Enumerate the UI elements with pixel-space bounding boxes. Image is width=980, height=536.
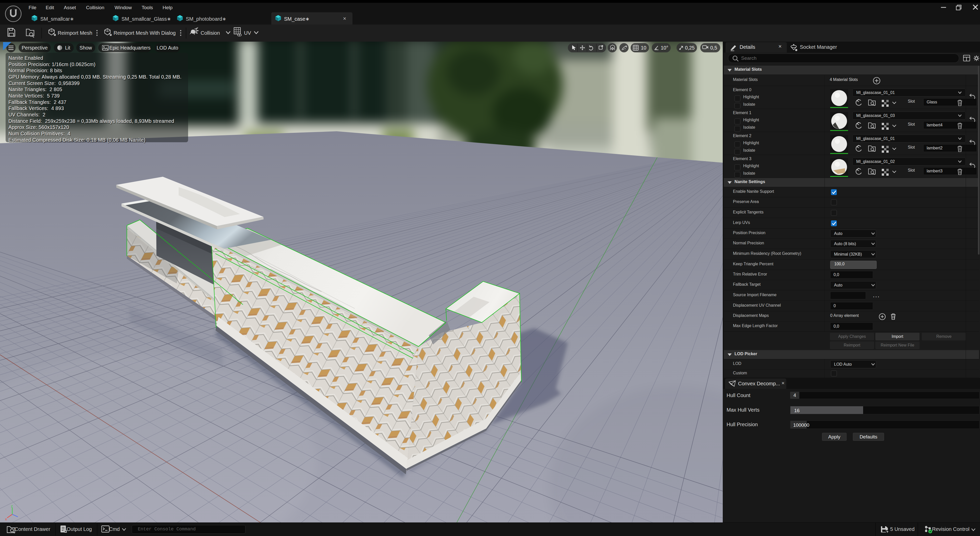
svg-text:z: z	[11, 505, 13, 508]
svg-text:Collision: Collision	[200, 30, 220, 36]
svg-text:UV: UV	[244, 30, 251, 36]
svg-text:Reimport Mesh With Dialog: Reimport Mesh With Dialog	[114, 30, 176, 36]
svg-text:Reimport Mesh: Reimport Mesh	[58, 30, 92, 36]
svg-text:x: x	[5, 517, 7, 521]
